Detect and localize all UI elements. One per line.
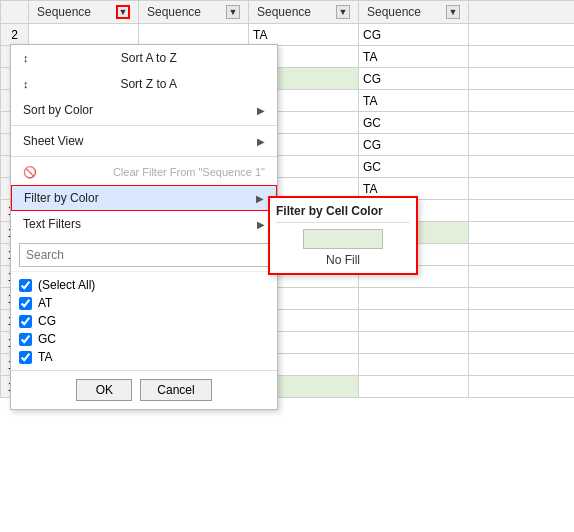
sort-a-to-z-item[interactable]: ↕ Sort A to Z <box>11 45 277 71</box>
menu-footer: OK Cancel <box>11 370 277 409</box>
filter-by-color-arrow: ▶ <box>256 193 264 204</box>
clear-filter-icon: 🚫 <box>23 166 37 179</box>
col-header-b: Sequence ▼ <box>139 1 249 24</box>
select-all-checkbox[interactable] <box>19 279 32 292</box>
select-all-label: (Select All) <box>38 278 95 292</box>
sheet-view-arrow: ▶ <box>257 136 265 147</box>
text-filters-item[interactable]: Text Filters ▶ <box>11 211 277 237</box>
sheet-view-label: Sheet View <box>23 134 84 148</box>
col-a-label: Sequence <box>37 5 91 19</box>
filter-btn-d[interactable]: ▼ <box>446 5 460 19</box>
sort-by-color-arrow: ▶ <box>257 105 265 116</box>
col-b-label: Sequence <box>147 5 201 19</box>
col-header-a: Sequence ▼ <box>29 1 139 24</box>
clear-filter-label: Clear Filter From "Sequence 1" <box>113 166 265 178</box>
check-item-gc[interactable]: GC <box>19 330 269 348</box>
filter-btn-c[interactable]: ▼ <box>336 5 350 19</box>
spreadsheet: Sequence ▼ Sequence ▼ Sequence ▼ <box>0 0 574 532</box>
col-header-d: Sequence ▼ <box>359 1 469 24</box>
sort-a-to-z-label: Sort A to Z <box>121 51 177 65</box>
divider-2 <box>11 156 277 157</box>
text-filters-arrow: ▶ <box>257 219 265 230</box>
divider-1 <box>11 125 277 126</box>
color-swatch-green[interactable] <box>303 229 383 249</box>
label-ta: TA <box>38 350 52 364</box>
col-header-e <box>469 1 575 24</box>
select-all-item[interactable]: (Select All) <box>19 276 269 294</box>
sort-z-to-a-label: Sort Z to A <box>120 77 177 91</box>
col-header-c: Sequence ▼ <box>249 1 359 24</box>
table-row: 2 TA CG <box>1 24 575 46</box>
col-d-label: Sequence <box>367 5 421 19</box>
checkbox-gc[interactable] <box>19 333 32 346</box>
search-input[interactable] <box>19 243 269 267</box>
filter-dropdown: ↕ Sort A to Z ↕ Sort Z to A Sort by Colo… <box>10 44 278 410</box>
no-fill-label[interactable]: No Fill <box>276 253 410 267</box>
check-item-ta[interactable]: TA <box>19 348 269 366</box>
submenu-title: Filter by Cell Color <box>276 204 410 223</box>
sort-asc-icon: ↕ <box>23 52 29 64</box>
col-c-label: Sequence <box>257 5 311 19</box>
checkbox-cg[interactable] <box>19 315 32 328</box>
label-at: AT <box>38 296 52 310</box>
filter-btn-a[interactable]: ▼ <box>116 5 130 19</box>
search-container <box>11 237 277 271</box>
checkbox-at[interactable] <box>19 297 32 310</box>
check-item-cg[interactable]: CG <box>19 312 269 330</box>
ok-button[interactable]: OK <box>76 379 132 401</box>
check-item-at[interactable]: AT <box>19 294 269 312</box>
filter-btn-b[interactable]: ▼ <box>226 5 240 19</box>
filter-by-cell-color-submenu: Filter by Cell Color No Fill <box>268 196 418 275</box>
sheet-view-item[interactable]: Sheet View ▶ <box>11 128 277 154</box>
label-cg: CG <box>38 314 56 328</box>
row-header-col <box>1 1 29 24</box>
checkbox-ta[interactable] <box>19 351 32 364</box>
checklist: (Select All) AT CG GC TA <box>11 271 277 370</box>
clear-filter-item: 🚫 Clear Filter From "Sequence 1" <box>11 159 277 185</box>
label-gc: GC <box>38 332 56 346</box>
text-filters-label: Text Filters <box>23 217 81 231</box>
cancel-button[interactable]: Cancel <box>140 379 211 401</box>
sort-z-to-a-item[interactable]: ↕ Sort Z to A <box>11 71 277 97</box>
sort-desc-icon: ↕ <box>23 78 29 90</box>
sort-color-label: Sort by Color <box>23 103 93 117</box>
sort-by-color-item[interactable]: Sort by Color ▶ <box>11 97 277 123</box>
filter-by-color-item[interactable]: Filter by Color ▶ <box>11 185 277 211</box>
filter-by-color-label: Filter by Color <box>24 191 99 205</box>
